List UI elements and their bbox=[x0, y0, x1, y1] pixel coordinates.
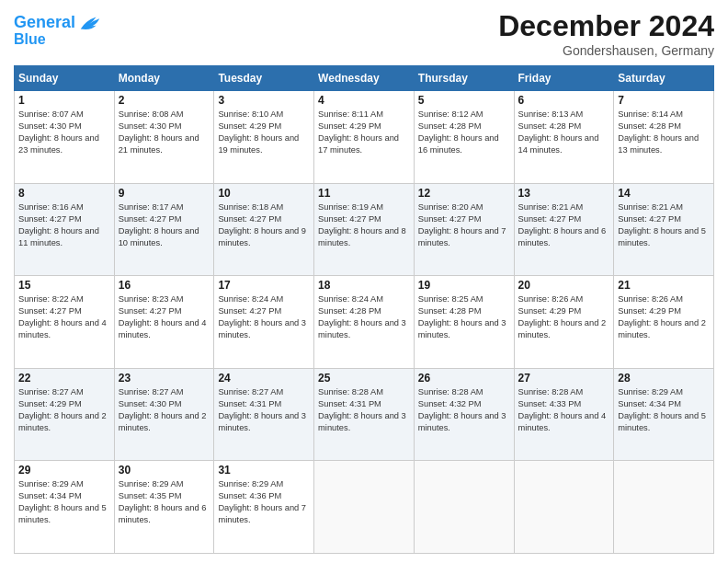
day-number: 17 bbox=[218, 279, 310, 292]
day-number: 14 bbox=[618, 187, 710, 200]
calendar-cell: 5Sunrise: 8:12 AMSunset: 4:28 PMDaylight… bbox=[414, 91, 514, 184]
calendar-cell: 2Sunrise: 8:08 AMSunset: 4:30 PMDaylight… bbox=[114, 91, 214, 184]
day-info: Sunrise: 8:24 AMSunset: 4:27 PMDaylight:… bbox=[218, 293, 310, 341]
day-info: Sunrise: 8:13 AMSunset: 4:28 PMDaylight:… bbox=[518, 109, 610, 156]
calendar-cell: 18Sunrise: 8:24 AMSunset: 4:28 PMDayligh… bbox=[314, 276, 415, 369]
day-info: Sunrise: 8:27 AMSunset: 4:31 PMDaylight:… bbox=[218, 386, 310, 434]
col-monday: Monday bbox=[114, 66, 214, 91]
day-info: Sunrise: 8:28 AMSunset: 4:33 PMDaylight:… bbox=[518, 386, 610, 434]
day-info: Sunrise: 8:23 AMSunset: 4:27 PMDaylight:… bbox=[119, 293, 210, 341]
day-number: 28 bbox=[618, 372, 710, 385]
calendar-cell: 25Sunrise: 8:28 AMSunset: 4:31 PMDayligh… bbox=[314, 368, 415, 461]
day-info: Sunrise: 8:07 AMSunset: 4:30 PMDaylight:… bbox=[18, 109, 110, 156]
title-block: December 2024 Gondershausen, Germany bbox=[498, 9, 714, 58]
header: General Blue December 2024 Gondershausen… bbox=[14, 9, 714, 58]
calendar-cell: 11Sunrise: 8:19 AMSunset: 4:27 PMDayligh… bbox=[314, 183, 415, 276]
calendar-cell: 8Sunrise: 8:16 AMSunset: 4:27 PMDaylight… bbox=[15, 183, 115, 276]
day-info: Sunrise: 8:10 AMSunset: 4:29 PMDaylight:… bbox=[218, 109, 310, 156]
day-number: 2 bbox=[119, 94, 210, 107]
calendar-cell: 9Sunrise: 8:17 AMSunset: 4:27 PMDaylight… bbox=[114, 183, 214, 276]
day-number: 26 bbox=[418, 372, 510, 385]
day-info: Sunrise: 8:28 AMSunset: 4:31 PMDaylight:… bbox=[318, 386, 410, 434]
day-number: 27 bbox=[518, 372, 610, 385]
day-number: 20 bbox=[518, 279, 610, 292]
day-number: 25 bbox=[318, 372, 410, 385]
day-info: Sunrise: 8:26 AMSunset: 4:29 PMDaylight:… bbox=[618, 293, 710, 341]
day-number: 19 bbox=[418, 279, 510, 292]
calendar-table: Sunday Monday Tuesday Wednesday Thursday… bbox=[14, 65, 714, 554]
day-info: Sunrise: 8:11 AMSunset: 4:29 PMDaylight:… bbox=[318, 109, 410, 156]
calendar-cell bbox=[414, 461, 514, 554]
col-saturday: Saturday bbox=[614, 66, 714, 91]
calendar-cell: 21Sunrise: 8:26 AMSunset: 4:29 PMDayligh… bbox=[614, 276, 714, 369]
calendar-cell: 13Sunrise: 8:21 AMSunset: 4:27 PMDayligh… bbox=[514, 183, 614, 276]
day-number: 8 bbox=[18, 187, 110, 200]
day-number: 30 bbox=[119, 464, 210, 477]
col-wednesday: Wednesday bbox=[314, 66, 415, 91]
calendar-cell: 17Sunrise: 8:24 AMSunset: 4:27 PMDayligh… bbox=[214, 276, 314, 369]
calendar-cell: 31Sunrise: 8:29 AMSunset: 4:36 PMDayligh… bbox=[214, 461, 314, 554]
calendar-cell: 23Sunrise: 8:27 AMSunset: 4:30 PMDayligh… bbox=[114, 368, 214, 461]
day-info: Sunrise: 8:20 AMSunset: 4:27 PMDaylight:… bbox=[418, 201, 510, 249]
calendar-cell: 16Sunrise: 8:23 AMSunset: 4:27 PMDayligh… bbox=[114, 276, 214, 369]
location: Gondershausen, Germany bbox=[498, 43, 714, 58]
day-info: Sunrise: 8:22 AMSunset: 4:27 PMDaylight:… bbox=[18, 293, 110, 341]
logo-blue: Blue bbox=[14, 31, 103, 48]
calendar-cell: 20Sunrise: 8:26 AMSunset: 4:29 PMDayligh… bbox=[514, 276, 614, 369]
day-number: 4 bbox=[318, 94, 410, 107]
day-info: Sunrise: 8:26 AMSunset: 4:29 PMDaylight:… bbox=[518, 293, 610, 341]
calendar-cell: 4Sunrise: 8:11 AMSunset: 4:29 PMDaylight… bbox=[314, 91, 415, 184]
col-tuesday: Tuesday bbox=[214, 66, 314, 91]
col-thursday: Thursday bbox=[414, 66, 514, 91]
month-title: December 2024 bbox=[498, 9, 714, 43]
day-number: 9 bbox=[119, 187, 210, 200]
calendar-cell bbox=[514, 461, 614, 554]
day-info: Sunrise: 8:24 AMSunset: 4:28 PMDaylight:… bbox=[318, 293, 410, 341]
day-number: 3 bbox=[218, 94, 310, 107]
calendar-cell bbox=[614, 461, 714, 554]
logo-text: General bbox=[14, 14, 75, 32]
day-number: 6 bbox=[518, 94, 610, 107]
calendar-cell: 10Sunrise: 8:18 AMSunset: 4:27 PMDayligh… bbox=[214, 183, 314, 276]
calendar-cell: 26Sunrise: 8:28 AMSunset: 4:32 PMDayligh… bbox=[414, 368, 514, 461]
day-number: 12 bbox=[418, 187, 510, 200]
calendar-cell: 19Sunrise: 8:25 AMSunset: 4:28 PMDayligh… bbox=[414, 276, 514, 369]
col-friday: Friday bbox=[514, 66, 614, 91]
calendar-cell: 28Sunrise: 8:29 AMSunset: 4:34 PMDayligh… bbox=[614, 368, 714, 461]
day-number: 22 bbox=[18, 372, 110, 385]
day-number: 15 bbox=[18, 279, 110, 292]
day-number: 1 bbox=[18, 94, 110, 107]
day-info: Sunrise: 8:27 AMSunset: 4:30 PMDaylight:… bbox=[119, 386, 210, 434]
col-sunday: Sunday bbox=[15, 66, 115, 91]
calendar-cell: 27Sunrise: 8:28 AMSunset: 4:33 PMDayligh… bbox=[514, 368, 614, 461]
day-number: 24 bbox=[218, 372, 310, 385]
calendar-cell: 3Sunrise: 8:10 AMSunset: 4:29 PMDaylight… bbox=[214, 91, 314, 184]
day-info: Sunrise: 8:16 AMSunset: 4:27 PMDaylight:… bbox=[18, 201, 110, 249]
day-info: Sunrise: 8:21 AMSunset: 4:27 PMDaylight:… bbox=[618, 201, 710, 249]
calendar-row: 15Sunrise: 8:22 AMSunset: 4:27 PMDayligh… bbox=[15, 276, 714, 369]
day-info: Sunrise: 8:25 AMSunset: 4:28 PMDaylight:… bbox=[418, 293, 510, 341]
calendar-row: 29Sunrise: 8:29 AMSunset: 4:34 PMDayligh… bbox=[15, 461, 714, 554]
calendar-row: 22Sunrise: 8:27 AMSunset: 4:29 PMDayligh… bbox=[15, 368, 714, 461]
calendar-cell: 30Sunrise: 8:29 AMSunset: 4:35 PMDayligh… bbox=[114, 461, 214, 554]
day-info: Sunrise: 8:29 AMSunset: 4:34 PMDaylight:… bbox=[18, 478, 110, 526]
calendar-cell: 24Sunrise: 8:27 AMSunset: 4:31 PMDayligh… bbox=[214, 368, 314, 461]
day-info: Sunrise: 8:29 AMSunset: 4:36 PMDaylight:… bbox=[218, 478, 310, 526]
day-number: 18 bbox=[318, 279, 410, 292]
day-number: 21 bbox=[618, 279, 710, 292]
day-number: 11 bbox=[318, 187, 410, 200]
day-info: Sunrise: 8:29 AMSunset: 4:35 PMDaylight:… bbox=[119, 478, 210, 526]
page: General Blue December 2024 Gondershausen… bbox=[0, 0, 728, 563]
calendar-row: 8Sunrise: 8:16 AMSunset: 4:27 PMDaylight… bbox=[15, 183, 714, 276]
calendar-cell: 29Sunrise: 8:29 AMSunset: 4:34 PMDayligh… bbox=[15, 461, 115, 554]
day-number: 29 bbox=[18, 464, 110, 477]
day-info: Sunrise: 8:17 AMSunset: 4:27 PMDaylight:… bbox=[119, 201, 210, 249]
day-info: Sunrise: 8:28 AMSunset: 4:32 PMDaylight:… bbox=[418, 386, 510, 434]
day-number: 16 bbox=[119, 279, 210, 292]
day-info: Sunrise: 8:08 AMSunset: 4:30 PMDaylight:… bbox=[119, 109, 210, 156]
day-number: 13 bbox=[518, 187, 610, 200]
day-number: 10 bbox=[218, 187, 310, 200]
calendar-cell bbox=[314, 461, 415, 554]
header-row: Sunday Monday Tuesday Wednesday Thursday… bbox=[15, 66, 714, 91]
calendar-row: 1Sunrise: 8:07 AMSunset: 4:30 PMDaylight… bbox=[15, 91, 714, 184]
